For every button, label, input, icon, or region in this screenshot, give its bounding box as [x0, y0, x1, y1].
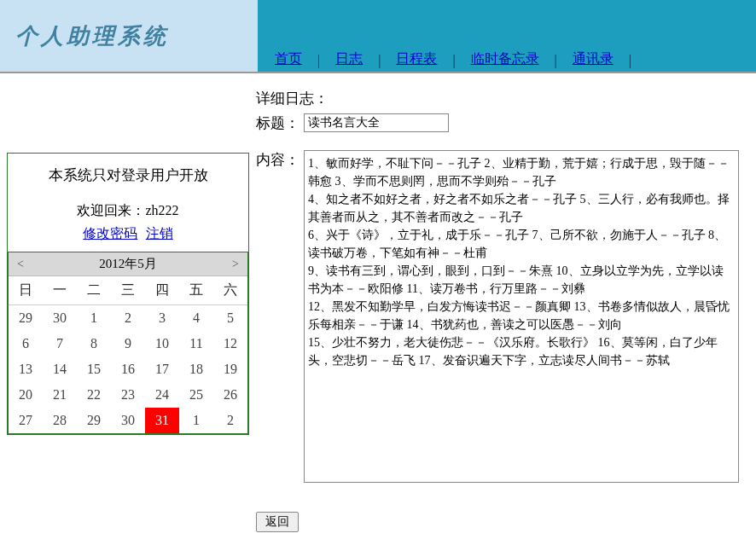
welcome-text: 欢迎回来：zh222 — [8, 202, 248, 220]
calendar-day-cell[interactable]: 12 — [213, 331, 247, 357]
calendar-day-cell[interactable]: 2 — [213, 408, 247, 433]
content-textarea[interactable] — [304, 150, 739, 483]
calendar-day-cell[interactable]: 23 — [111, 382, 145, 408]
title-label: 标题： — [256, 113, 304, 133]
logout-link[interactable]: 注销 — [146, 226, 173, 241]
nav-sep: | — [449, 53, 458, 68]
calendar-day-cell[interactable]: 28 — [43, 408, 77, 433]
content-label: 内容： — [256, 150, 304, 170]
calendar-day-header: 一 — [43, 276, 77, 305]
calendar-table: 日一二三四五六 29301234567891011121314151617181… — [9, 276, 247, 433]
calendar-day-cell[interactable]: 29 — [77, 408, 111, 433]
calendar-day-cell[interactable]: 19 — [213, 357, 247, 382]
calendar-day-cell[interactable]: 9 — [111, 331, 145, 357]
login-box: 本系统只对登录用户开放 欢迎回来：zh222 修改密码 注销 < 2012年5月… — [7, 153, 249, 435]
calendar-day-cell[interactable]: 3 — [145, 305, 179, 332]
calendar-day-cell[interactable]: 18 — [179, 357, 213, 382]
title-input[interactable] — [304, 113, 449, 132]
calendar-day-cell[interactable]: 13 — [9, 357, 43, 382]
calendar-title: 2012年5月 — [27, 256, 229, 272]
calendar-day-cell[interactable]: 24 — [145, 382, 179, 408]
nav-schedule[interactable]: 日程表 — [384, 50, 449, 68]
change-password-link[interactable]: 修改密码 — [83, 226, 137, 241]
nav-sep: | — [314, 53, 323, 68]
nav-sep: | — [625, 53, 635, 68]
calendar-day-cell[interactable]: 29 — [9, 305, 43, 332]
calendar-day-cell[interactable]: 16 — [111, 357, 145, 382]
calendar-day-cell[interactable]: 11 — [179, 331, 213, 357]
calendar-day-cell[interactable]: 14 — [43, 357, 77, 382]
username: zh222 — [145, 203, 178, 217]
welcome-prefix: 欢迎回来： — [77, 203, 145, 217]
back-button[interactable]: 返回 — [256, 512, 299, 532]
logo-area: 个人助理系统 — [0, 0, 258, 72]
calendar-day-header: 五 — [179, 276, 213, 305]
calendar-day-cell[interactable]: 5 — [213, 305, 247, 332]
nav-sep: | — [375, 53, 384, 68]
nav-diary[interactable]: 日志 — [323, 50, 375, 68]
calendar-day-cell[interactable]: 1 — [77, 305, 111, 332]
calendar-day-cell[interactable]: 15 — [77, 357, 111, 382]
calendar-day-cell[interactable]: 30 — [43, 305, 77, 332]
calendar-day-cell[interactable]: 1 — [179, 408, 213, 433]
calendar-day-cell[interactable]: 10 — [145, 331, 179, 357]
calendar-day-cell[interactable]: 27 — [9, 408, 43, 433]
calendar-day-cell[interactable]: 21 — [43, 382, 77, 408]
prev-month-button[interactable]: < — [14, 258, 27, 271]
nav-sep: | — [551, 53, 561, 68]
calendar-day-header: 四 — [145, 276, 179, 305]
nav-home[interactable]: 首页 — [263, 50, 314, 68]
calendar-day-cell[interactable]: 4 — [179, 305, 213, 332]
login-title: 本系统只对登录用户开放 — [8, 165, 248, 185]
logo-text: 个人助理系统 — [15, 21, 169, 51]
calendar-day-cell[interactable]: 6 — [9, 331, 43, 357]
calendar-day-cell[interactable]: 2 — [111, 305, 145, 332]
calendar-day-cell[interactable]: 8 — [77, 331, 111, 357]
calendar-day-cell[interactable]: 17 — [145, 357, 179, 382]
calendar-day-cell[interactable]: 26 — [213, 382, 247, 408]
calendar-day-header: 日 — [9, 276, 43, 305]
next-month-button[interactable]: > — [229, 258, 242, 271]
calendar-day-cell[interactable]: 22 — [77, 382, 111, 408]
calendar-day-header: 六 — [213, 276, 247, 305]
calendar: < 2012年5月 > 日一二三四五六 29301234567891011121… — [8, 252, 248, 434]
calendar-day-cell[interactable]: 7 — [43, 331, 77, 357]
calendar-day-cell[interactable]: 20 — [9, 382, 43, 408]
nav-memo[interactable]: 临时备忘录 — [459, 50, 551, 68]
detail-heading: 详细日志： — [256, 89, 739, 108]
calendar-day-header: 三 — [111, 276, 145, 305]
calendar-day-header: 二 — [77, 276, 111, 305]
calendar-day-cell[interactable]: 30 — [111, 408, 145, 433]
calendar-day-cell[interactable]: 25 — [179, 382, 213, 408]
nav-bar: 首页 | 日志 | 日程表 | 临时备忘录 | 通讯录 | — [258, 0, 756, 72]
calendar-day-cell[interactable]: 31 — [145, 408, 179, 433]
nav-contacts[interactable]: 通讯录 — [561, 50, 625, 68]
